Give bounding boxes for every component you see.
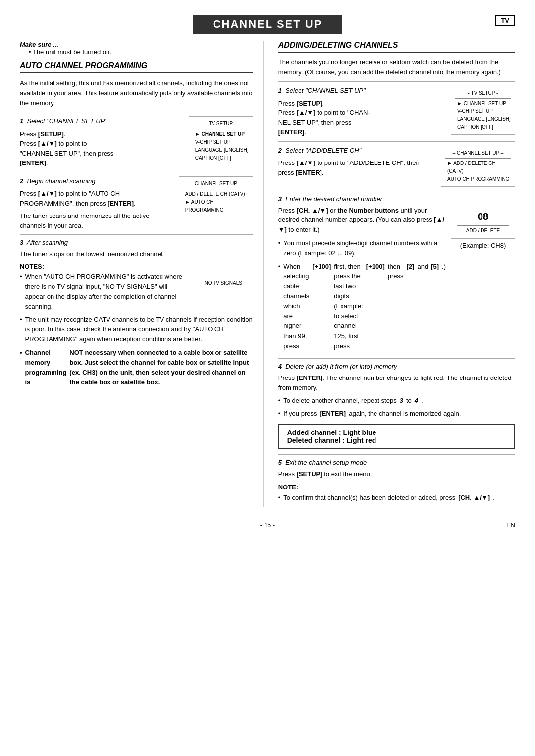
adding-intro: The channels you no longer receive or se… bbox=[278, 57, 515, 77]
right-step1-menu: - TV SETUP - CHANNEL SET UP V-CHIP SET U… bbox=[451, 86, 515, 135]
left-step1: 1 Select "CHANNEL SET UP" Press [SETUP].… bbox=[20, 112, 253, 168]
left-step2: 2 Begin channel scanning Press [▲/▼] to … bbox=[20, 172, 253, 231]
right-step5: 5 Exit the channel setup mode Press [SET… bbox=[278, 454, 515, 502]
channel-example: (Example: CH8) bbox=[460, 242, 506, 249]
main-content: Make sure ... The unit must be turned on… bbox=[20, 41, 515, 507]
channel-num-box: 08 ADD / DELETE bbox=[451, 206, 515, 239]
right-step2: 2 Select "ADD/DELETE CH" Press [▲/▼] to … bbox=[278, 141, 515, 187]
auto-intro: As the initial setting, this unit has me… bbox=[20, 78, 253, 108]
added-channel-line: Added channel : Light blue bbox=[287, 429, 506, 436]
adding-section-title: ADDING/DELETING CHANNELS bbox=[278, 41, 515, 53]
footer-right-spacer: EN bbox=[275, 521, 515, 529]
right-step1-text: 1 Select "CHANNEL SET UP" Press [SETUP].… bbox=[278, 86, 446, 137]
left-step2-text: 2 Begin channel scanning Press [▲/▼] to … bbox=[20, 176, 174, 231]
right-step4: 4 Delete (or add) it from (or into) memo… bbox=[278, 358, 515, 419]
make-sure-label: Make sure ... bbox=[20, 41, 253, 48]
highlight-box: Added channel : Light blue Deleted chann… bbox=[278, 424, 515, 449]
page-title: CHANNEL SET UP bbox=[193, 15, 342, 34]
footer-en: EN bbox=[506, 521, 515, 529]
right-step3-text: Press [CH. ▲/▼] or the Number buttons un… bbox=[278, 206, 446, 354]
left-step1-menu: - TV SETUP - CHANNEL SET UP V-CHIP SET U… bbox=[189, 116, 253, 165]
tv-badge: TV bbox=[495, 15, 515, 26]
footer: - 15 - EN bbox=[20, 517, 515, 529]
right-step1: 1 Select "CHANNEL SET UP" Press [SETUP].… bbox=[278, 81, 515, 137]
make-sure-bullet: The unit must be turned on. bbox=[29, 48, 253, 55]
no-tv-box: NO TV SIGNALS bbox=[194, 272, 253, 294]
right-column: ADDING/DELETING CHANNELS The channels yo… bbox=[278, 41, 515, 507]
notes-list: When "AUTO CH PROGRAMMING" is activated … bbox=[20, 272, 184, 315]
auto-section-title: AUTO CHANNEL PROGRAMMING bbox=[20, 61, 253, 73]
notes-label: NOTES: bbox=[20, 263, 253, 270]
left-step2-menu: – CHANNEL SET UP – ADD / DELETE CH (CATV… bbox=[179, 176, 253, 217]
page-header: CHANNEL SET UP TV bbox=[20, 15, 515, 34]
left-column: Make sure ... The unit must be turned on… bbox=[20, 41, 264, 507]
deleted-channel-line: Deleted channel : Light red bbox=[287, 436, 506, 444]
right-step3: 3 Enter the desired channel number Press… bbox=[278, 191, 515, 354]
left-step3: 3 After scanning The tuner stops on the … bbox=[20, 234, 253, 387]
right-step2-text: 2 Select "ADD/DELETE CH" Press [▲/▼] to … bbox=[278, 146, 436, 178]
right-step2-menu: – CHANNEL SET UP – ADD / DELETE CH (CATV… bbox=[441, 146, 515, 187]
left-step1-text: 1 Select "CHANNEL SET UP" Press [SETUP].… bbox=[20, 116, 184, 168]
footer-page: - 15 - bbox=[260, 521, 275, 529]
